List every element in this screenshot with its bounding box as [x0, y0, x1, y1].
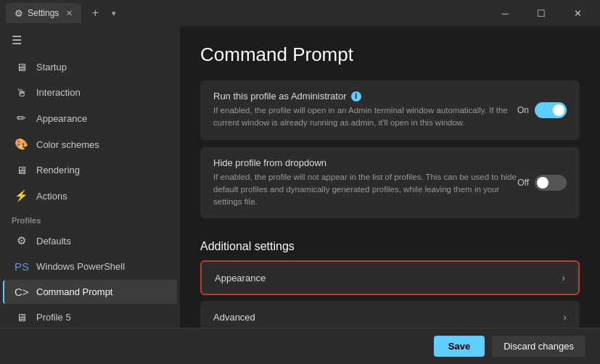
advanced-chevron-icon: ›	[563, 311, 567, 323]
sidebar-item-startup-label: Startup	[36, 62, 67, 73]
run-as-admin-label: Run this profile as Administrator i	[213, 91, 517, 102]
settings-tab-close[interactable]: ✕	[66, 9, 73, 18]
actions-icon: ⚡	[15, 189, 28, 202]
run-as-admin-toggle-thumb	[553, 104, 564, 116]
settings-tab-label: Settings	[28, 8, 59, 18]
run-as-admin-desc: If enabled, the profile will open in an …	[213, 104, 517, 130]
hide-dropdown-row: Hide profile from dropdown If enabled, t…	[200, 147, 580, 219]
sidebar-item-actions[interactable]: ⚡ Actions	[3, 183, 177, 208]
hide-dropdown-label: Hide profile from dropdown	[213, 157, 517, 168]
minimize-button[interactable]: ─	[488, 3, 522, 23]
rendering-icon: 🖥	[15, 164, 28, 176]
run-as-admin-toggle-label: On	[517, 105, 529, 115]
sidebar-item-profile5[interactable]: 🖥 Profile 5	[3, 305, 177, 328]
sidebar-item-interaction[interactable]: 🖱 Interaction	[3, 80, 177, 104]
hide-dropdown-toggle-track	[535, 175, 567, 191]
profile5-icon: 🖥	[15, 311, 28, 323]
hamburger-menu[interactable]: ☰	[0, 26, 180, 54]
sidebar-item-rendering-label: Rendering	[36, 165, 80, 175]
appearance-expandable-label: Appearance	[215, 273, 266, 284]
run-as-admin-info-icon[interactable]: i	[351, 91, 361, 102]
sidebar: ☰ 🖥 Startup 🖱 Interaction ✏ Appearance 🎨…	[0, 26, 180, 328]
sidebar-item-actions-label: Actions	[36, 191, 67, 202]
sidebar-item-color-schemes-label: Color schemes	[36, 139, 99, 150]
sidebar-item-rendering[interactable]: 🖥 Rendering	[3, 158, 177, 182]
appearance-expandable-row[interactable]: Appearance ›	[200, 260, 580, 295]
additional-settings-title: Additional settings	[200, 240, 580, 253]
sidebar-item-interaction-label: Interaction	[36, 87, 81, 98]
settings-tab-icon: ⚙	[15, 8, 23, 19]
sidebar-item-defaults[interactable]: ⚙ Defaults	[3, 228, 177, 253]
title-bar-left: ⚙ Settings ✕ + ▾	[6, 3, 484, 23]
hide-dropdown-toggle-label: Off	[517, 178, 529, 188]
new-tab-button[interactable]: +	[86, 4, 104, 22]
appearance-icon: ✏	[15, 112, 28, 125]
powershell-icon: PS	[15, 260, 28, 273]
footer-bar: Save Discard changes	[0, 328, 600, 364]
title-bar: ⚙ Settings ✕ + ▾ ─ ☐ ✕	[0, 0, 600, 26]
window-controls: ─ ☐ ✕	[488, 3, 594, 23]
sidebar-item-cmd-label: Command Prompt	[36, 286, 112, 297]
hide-dropdown-toggle-container: Off	[517, 175, 567, 191]
sidebar-item-profile5-label: Profile 5	[36, 312, 71, 323]
advanced-expandable-label: Advanced	[213, 312, 255, 323]
discard-changes-button[interactable]: Discard changes	[492, 336, 585, 357]
run-as-admin-toggle-track	[535, 102, 567, 118]
sidebar-item-defaults-label: Defaults	[36, 236, 71, 247]
page-title: Command Prompt	[200, 44, 580, 66]
run-as-admin-row: Run this profile as Administrator i If e…	[200, 80, 580, 140]
color-schemes-icon: 🎨	[15, 138, 28, 151]
startup-icon: 🖥	[15, 61, 28, 73]
sidebar-item-cmd[interactable]: C> Command Prompt	[3, 280, 177, 304]
sidebar-item-powershell-label: Windows PowerShell	[36, 261, 125, 272]
close-button[interactable]: ✕	[561, 3, 594, 23]
save-button[interactable]: Save	[434, 336, 485, 357]
hide-dropdown-info: Hide profile from dropdown If enabled, t…	[213, 157, 517, 209]
main-layout: ☰ 🖥 Startup 🖱 Interaction ✏ Appearance 🎨…	[0, 26, 600, 328]
content-area: Command Prompt Run this profile as Admin…	[180, 26, 600, 328]
advanced-expandable-row[interactable]: Advanced ›	[200, 301, 580, 328]
sidebar-item-startup[interactable]: 🖥 Startup	[3, 55, 177, 79]
hide-dropdown-toggle[interactable]	[535, 175, 567, 191]
run-as-admin-toggle-container: On	[517, 102, 567, 118]
tab-dropdown-button[interactable]: ▾	[109, 7, 119, 20]
sidebar-item-powershell[interactable]: PS Windows PowerShell	[3, 255, 177, 278]
sidebar-item-appearance-label: Appearance	[36, 113, 87, 124]
hide-dropdown-desc: If enabled, the profile will not appear …	[213, 171, 517, 209]
hide-dropdown-toggle-thumb	[537, 177, 548, 189]
sidebar-item-color-schemes[interactable]: 🎨 Color schemes	[3, 132, 177, 157]
cmd-icon: C>	[15, 286, 28, 298]
defaults-icon: ⚙	[15, 234, 28, 247]
appearance-chevron-icon: ›	[562, 272, 565, 284]
maximize-button[interactable]: ☐	[525, 3, 558, 23]
sidebar-item-appearance[interactable]: ✏ Appearance	[3, 106, 177, 131]
settings-tab[interactable]: ⚙ Settings ✕	[6, 3, 81, 23]
run-as-admin-info: Run this profile as Administrator i If e…	[213, 91, 517, 130]
profiles-section-label: Profiles	[0, 209, 180, 228]
run-as-admin-toggle[interactable]	[535, 102, 567, 118]
interaction-icon: 🖱	[15, 86, 28, 99]
